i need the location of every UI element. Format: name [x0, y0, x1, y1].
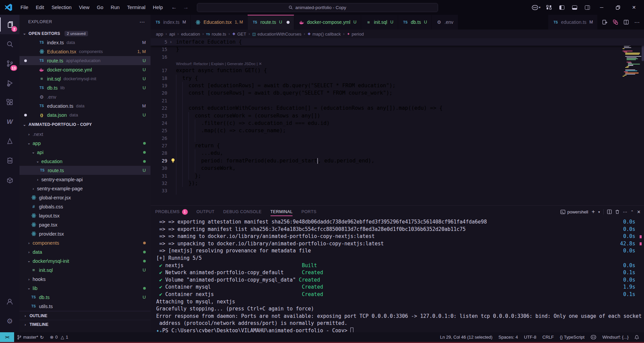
- tree-item-docker-mysql-init[interactable]: ⌄docker\mysql-init: [19, 256, 151, 265]
- panel-tab-debug-console[interactable]: DEBUG CONSOLE: [223, 206, 261, 218]
- open-editor-Education.tsx[interactable]: Education.tsxcomponents1, M: [19, 47, 151, 56]
- panel-more-actions-button[interactable]: ⋯: [623, 209, 627, 214]
- menu-view[interactable]: View: [75, 3, 93, 12]
- code-editor[interactable]: 5›interface Education {15}16Windsurf: Re…: [151, 38, 644, 205]
- copilot-menu-button[interactable]: ▾: [530, 2, 542, 12]
- terminal-output[interactable]: => => exporting attestation manifest sha…: [151, 218, 644, 332]
- tree-item-api[interactable]: ⌄api: [19, 148, 151, 157]
- status-copilot[interactable]: [588, 332, 599, 342]
- status-eol[interactable]: CRLF: [540, 332, 557, 342]
- tree-item-global-error.jsx[interactable]: global-error.jsx: [19, 193, 151, 202]
- tree-item-sentry-example-page[interactable]: ›sentry-example-page: [19, 184, 151, 193]
- breadcrumb-app[interactable]: app: [156, 32, 163, 37]
- tree-item-data[interactable]: ›data: [19, 247, 151, 256]
- tree-item-db.ts[interactable]: TSdb.tsU: [19, 293, 151, 302]
- breadcrumb-route-ts[interactable]: TSroute.ts: [206, 32, 226, 37]
- tree-item-init.sql[interactable]: ≡init.sqlU: [19, 265, 151, 275]
- menu-edit[interactable]: Edit: [32, 3, 48, 12]
- breadcrumb-GET[interactable]: ❖GET: [232, 32, 246, 37]
- kill-terminal-button[interactable]: [615, 209, 619, 214]
- status-indentation[interactable]: Spaces: 4: [496, 332, 521, 342]
- tab-init.sql[interactable]: ≡init.sqlU: [361, 15, 398, 30]
- panel-tab-problems[interactable]: PROBLEMS1: [155, 206, 188, 218]
- windsurf-codelens[interactable]: Windsurf: Refactor | Explain | Generate …: [151, 61, 644, 67]
- activity-source-control[interactable]: 13: [0, 54, 19, 73]
- timeline-section-header[interactable]: › TIMELINE: [19, 320, 151, 329]
- nav-forward-button[interactable]: →: [183, 4, 189, 11]
- breadcrumb-api[interactable]: api: [169, 32, 175, 37]
- minimize-button[interactable]: ─: [594, 1, 609, 14]
- menu-help[interactable]: Help: [149, 3, 167, 12]
- tab-index.ts[interactable]: TSindex.tsM: [151, 15, 191, 30]
- tree-item-app[interactable]: ⌄app: [19, 139, 151, 148]
- breadcrumb-educationWithCourses[interactable]: ◫educationWithCourses: [252, 32, 301, 37]
- git-branch-status[interactable]: master* ↻: [14, 332, 47, 342]
- customize-layout-button[interactable]: [543, 2, 555, 12]
- panel-tab-ports[interactable]: PORTS: [301, 206, 316, 218]
- activity-search[interactable]: [0, 34, 19, 54]
- tree-item-page.tsx[interactable]: page.tsx: [19, 220, 151, 229]
- tree-item-provider.tsx[interactable]: provider.tsx: [19, 229, 151, 238]
- toggle-panel-button[interactable]: [569, 2, 580, 12]
- more-actions-button[interactable]: ⋯: [632, 17, 642, 27]
- breadcrumb-education[interactable]: education: [181, 32, 200, 37]
- close-panel-button[interactable]: ✕: [637, 209, 641, 214]
- status-windsurf-status[interactable]: Windsurf: {...}: [599, 332, 632, 342]
- tree-item-.next[interactable]: ›.next: [19, 130, 151, 139]
- restore-button[interactable]: [610, 1, 625, 14]
- activity-containers[interactable]: [0, 170, 19, 190]
- tree-item-hooks[interactable]: ›hooks: [19, 275, 151, 284]
- activity-windsurf[interactable]: W: [0, 112, 19, 132]
- menu-run[interactable]: Run: [107, 3, 124, 12]
- open-editor-docker-compose.yml[interactable]: docker-compose.ymlU: [19, 65, 151, 74]
- remote-indicator[interactable]: ><: [0, 332, 14, 342]
- outline-section-header[interactable]: › OUTLINE: [19, 311, 151, 320]
- terminal-dropdown-button[interactable]: ▾: [598, 210, 600, 214]
- menu-go[interactable]: Go: [93, 3, 107, 12]
- tree-item-components[interactable]: ›components: [19, 238, 151, 247]
- tree-item-globals.css[interactable]: #globals.css: [19, 202, 151, 211]
- tab-db.ts[interactable]: TSdb.tsU: [398, 15, 432, 30]
- lightbulb-icon[interactable]: [171, 158, 175, 163]
- command-center-search[interactable]: animated-portfolio - Copy: [197, 3, 438, 12]
- tab-.env[interactable]: ⚙.env: [432, 15, 458, 30]
- activity-explorer[interactable]: 2: [0, 15, 19, 34]
- activity-run-debug[interactable]: [0, 73, 19, 93]
- compare-changes-button[interactable]: [610, 17, 620, 27]
- open-editor-route.ts[interactable]: TSroute.tsapp\api\educationU: [19, 56, 151, 65]
- menu-file[interactable]: File: [17, 3, 32, 12]
- open-editor-.env[interactable]: ⚙.env: [19, 92, 151, 101]
- status-language-mode[interactable]: {} TypeScript: [557, 332, 587, 342]
- menu-terminal[interactable]: Terminal: [123, 3, 149, 12]
- activity-account[interactable]: [0, 292, 19, 311]
- open-editor-education.ts[interactable]: TSeducation.tsdataM: [19, 101, 151, 110]
- panel-tab-output[interactable]: OUTPUT: [197, 206, 215, 218]
- status-encoding[interactable]: UTF-8: [521, 332, 540, 342]
- open-editor-data.json[interactable]: {}data.jsondataU: [19, 110, 151, 119]
- split-terminal-button[interactable]: [607, 209, 612, 214]
- close-window-button[interactable]: ✕: [627, 1, 641, 14]
- tree-item-sentry-example-api[interactable]: ›sentry-example-api: [19, 175, 151, 184]
- terminal-instance[interactable]: powershell: [560, 209, 588, 214]
- open-changes-button[interactable]: [600, 17, 610, 27]
- tab-Education.tsx[interactable]: Education.tsx1, M: [191, 15, 248, 30]
- tab-route.ts[interactable]: TSroute.tsU: [248, 15, 294, 30]
- project-root-header[interactable]: ⌄ ANIMATED-PORTFOLIO - COPY: [19, 119, 151, 130]
- activity-settings[interactable]: ⚙: [0, 311, 19, 331]
- tree-item-utils.ts[interactable]: TSutils.ts: [19, 302, 151, 311]
- open-editor-init.sql[interactable]: ≡init.sqldocker\mysql-initU: [19, 74, 151, 83]
- menu-selection[interactable]: Selection: [48, 3, 75, 12]
- panel-tab-terminal[interactable]: TERMINAL: [270, 206, 293, 218]
- tree-item-layout.tsx[interactable]: layout.tsx: [19, 211, 151, 220]
- tree-item-lib[interactable]: ⌄lib: [19, 284, 151, 293]
- open-editor-db.ts[interactable]: TSdb.tslibU: [19, 83, 151, 92]
- toggle-sidebar-button[interactable]: [556, 2, 567, 12]
- tree-item-education[interactable]: ⌄education: [19, 157, 151, 166]
- status-notifications[interactable]: [632, 332, 642, 342]
- tab-education.ts[interactable]: TSeducation.tsM: [548, 15, 598, 30]
- open-editor-index.ts[interactable]: TSindex.tsdataM: [19, 38, 151, 47]
- nav-back-button[interactable]: ←: [171, 4, 177, 11]
- maximize-panel-button[interactable]: ⌃: [631, 210, 634, 214]
- breadcrumb-map---callback[interactable]: ❖map() callback: [307, 32, 341, 37]
- tree-item-route.ts[interactable]: TSroute.tsU: [19, 166, 151, 175]
